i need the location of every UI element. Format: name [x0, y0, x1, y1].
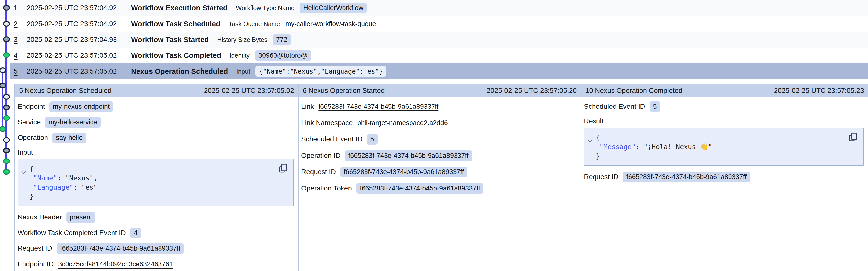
event-id-link[interactable]: 1	[13, 4, 27, 12]
panel-body: Link f665283f-743e-4374-b45b-9a61a89337f…	[299, 97, 581, 194]
task-queue-link[interactable]: my-caller-workflow-task-queue	[285, 20, 376, 28]
field-row-operation-token: Operation Token f665283f-743e-4374-b45b-…	[301, 183, 577, 194]
field-label: Request ID	[18, 244, 52, 252]
field-row-wft-completed-event-id: Workflow Task Completed Event ID 4	[18, 227, 294, 238]
event-timestamp: 2025-02-25 UTC 23:57:04.92	[27, 20, 131, 28]
panel-nexus-operation-scheduled: 5 Nexus Operation Scheduled 2025-02-25 U…	[15, 84, 298, 271]
field-row-scheduled-event-id: Scheduled Event ID 5	[584, 101, 865, 112]
event-id-link[interactable]: 3	[13, 36, 27, 44]
event-status-dot-light	[3, 94, 10, 100]
field-row-endpoint: Endpoint my-nexus-endpoint	[18, 101, 294, 112]
event-row-3[interactable]: 3 2025-02-25 UTC 23:57:04.93 Workflow Ta…	[10, 32, 868, 48]
event-status-dot-green	[3, 169, 10, 174]
event-name: Nexus Operation Scheduled	[131, 67, 228, 76]
field-value-badge: my-nexus-endpoint	[50, 101, 113, 112]
endpoint-id-link[interactable]: 3c0c75ccfa8144b092c13ce632463761	[58, 260, 173, 268]
field-label: Scheduled Event ID	[584, 103, 645, 110]
field-row-operation-id: Operation ID f665283f-743e-4374-b45b-9a6…	[301, 150, 577, 161]
event-row-4[interactable]: 4 2025-02-25 UTC 23:57:05.02 Workflow Ta…	[10, 48, 868, 63]
json-close-brace: }	[23, 192, 288, 201]
event-field-value-badge: 30960@totoro@	[255, 50, 311, 61]
json-line: "Name": "Nexus",	[23, 173, 288, 183]
event-row-5-selected[interactable]: 5 2025-02-25 UTC 23:57:05.02 Nexus Opera…	[10, 63, 868, 79]
link-namespace-link[interactable]: phil-target-namespace2.a2dd6	[357, 119, 448, 127]
field-row-nexus-header: Nexus Header present	[18, 212, 294, 223]
event-id-link[interactable]: 2	[13, 20, 27, 28]
event-input-json-badge: {"Name":"Nexus","Language":"es"}	[255, 66, 386, 77]
field-value-badge: my-hello-service	[45, 117, 101, 128]
panel-body: Scheduled Event ID 5 Result { "Message":…	[581, 97, 868, 182]
event-status-dot-gray	[3, 147, 10, 153]
event-field-label: Identity	[229, 52, 250, 59]
event-id-link[interactable]: 5	[13, 67, 27, 75]
field-value-badge: f665283f-743e-4374-b45b-9a61a89337ff	[623, 172, 750, 182]
field-value-badge: f665283f-743e-4374-b45b-9a61a89337ff	[345, 151, 472, 161]
field-label: Operation Token	[301, 184, 352, 192]
field-label: Request ID	[584, 173, 618, 181]
panel-header: 6 Nexus Operation Started 2025-02-25 UTC…	[299, 84, 581, 97]
copy-icon[interactable]	[278, 163, 288, 174]
chevron-down-icon[interactable]	[21, 167, 27, 177]
event-timestamp: 2025-02-25 UTC 23:57:05.02	[27, 52, 131, 59]
event-name: Workflow Task Started	[131, 36, 209, 44]
field-label: Endpoint	[18, 103, 45, 110]
field-value-badge: present	[66, 212, 95, 223]
event-field-label: Task Queue Name	[229, 20, 280, 27]
event-id-link[interactable]: 4	[13, 52, 27, 59]
field-value-badge: f665283f-743e-4374-b45b-9a61a89337ff	[340, 167, 467, 178]
event-status-dot-gray	[3, 5, 10, 11]
field-row-request-id: Request ID f665283f-743e-4374-b45b-9a61a…	[301, 166, 577, 178]
field-row-request-id: Request ID f665283f-743e-4374-b45b-9a61a…	[584, 171, 865, 182]
field-label: Link	[301, 103, 314, 110]
event-name: Workflow Task Scheduled	[131, 20, 220, 28]
field-label: Nexus Header	[18, 213, 62, 221]
panel-title: 10 Nexus Operation Completed	[585, 87, 682, 94]
json-line: "Language": "es"	[23, 183, 288, 192]
event-name: Workflow Task Completed	[131, 52, 221, 60]
field-row-endpoint-id: Endpoint ID 3c0c75ccfa8144b092c13ce63246…	[18, 259, 294, 270]
field-label: Request ID	[301, 168, 336, 176]
field-value-badge: 4	[130, 228, 141, 238]
event-status-dot-green	[3, 115, 10, 121]
event-field-label: Input	[237, 68, 250, 75]
panel-header: 5 Nexus Operation Scheduled 2025-02-25 U…	[15, 84, 298, 97]
field-row-link-namespace: Link Namespace phil-target-namespace2.a2…	[301, 117, 577, 128]
panel-header: 10 Nexus Operation Completed 2025-02-25 …	[581, 84, 868, 97]
panel-title: 5 Nexus Operation Scheduled	[19, 87, 112, 94]
field-label: Operation ID	[301, 152, 341, 160]
field-value-badge: f665283f-743e-4374-b45b-9a61a89337ff	[57, 243, 184, 254]
event-status-dot-green	[3, 52, 10, 58]
event-timestamp: 2025-02-25 UTC 23:57:04.92	[27, 4, 131, 12]
result-section-label: Result	[584, 117, 865, 126]
field-label: Operation	[18, 134, 48, 142]
copy-icon[interactable]	[848, 132, 858, 143]
event-name: Workflow Execution Started	[131, 4, 227, 12]
event-field-label: Workflow Type Name	[236, 4, 294, 11]
event-status-dot-light	[3, 21, 10, 27]
event-status-dot-gray	[0, 83, 6, 88]
field-value-badge: 5	[650, 101, 660, 112]
event-status-dot-light	[0, 67, 6, 73]
field-row-scheduled-event-id: Scheduled Event ID 5	[301, 134, 577, 145]
result-json-viewer: { "Message": "¡Hola! Nexus 👋" }	[584, 128, 864, 166]
field-label: Service	[18, 118, 40, 126]
panel-title: 6 Nexus Operation Started	[303, 87, 385, 94]
linked-event-link[interactable]: f665283f-743e-4374-b45b-9a61a89337ff	[318, 103, 438, 110]
field-row-service: Service my-hello-service	[18, 117, 294, 128]
event-field-label: History Size Bytes	[217, 36, 267, 43]
panel-timestamp: 2025-02-25 UTC 23:57:05.02	[204, 87, 294, 94]
event-row-2[interactable]: 2 2025-02-25 UTC 23:57:04.92 Workflow Ta…	[10, 16, 868, 32]
event-status-dot-light	[3, 137, 10, 143]
field-label: Scheduled Event ID	[301, 135, 363, 143]
event-timestamp: 2025-02-25 UTC 23:57:04.93	[27, 36, 131, 44]
chevron-down-icon[interactable]	[587, 136, 593, 145]
event-timestamp: 2025-02-25 UTC 23:57:05.02	[27, 67, 131, 75]
event-row-1[interactable]: 1 2025-02-25 UTC 23:57:04.92 Workflow Ex…	[10, 0, 868, 16]
panel-timestamp: 2025-02-25 UTC 23:57:05.20	[487, 87, 577, 94]
field-label: Link Namespace	[301, 119, 353, 127]
field-label: Input	[18, 148, 33, 156]
json-open-brace: {	[589, 133, 858, 142]
event-status-dot-gray	[3, 105, 10, 110]
json-line: "Message": "¡Hola! Nexus 👋"	[589, 142, 858, 151]
event-field-value-badge: 772	[273, 34, 291, 45]
